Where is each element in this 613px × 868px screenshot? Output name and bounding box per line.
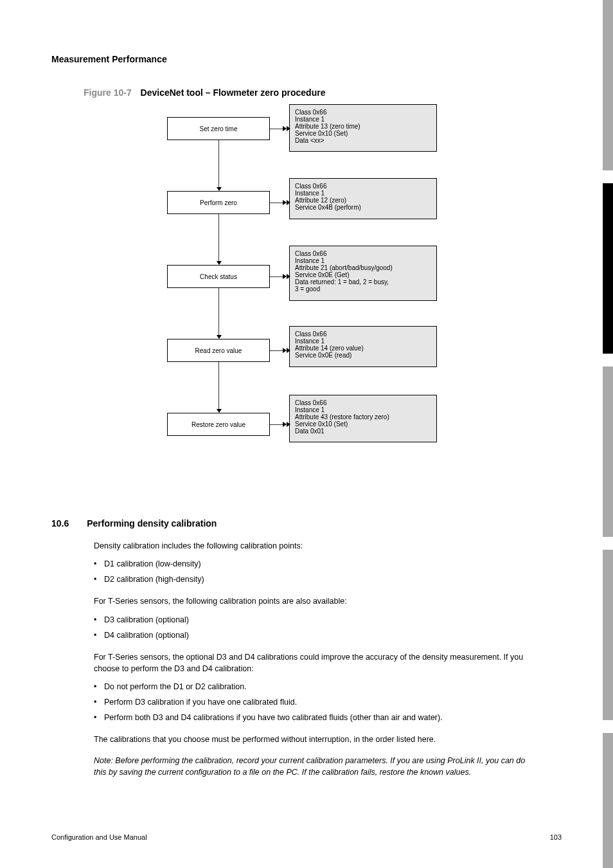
side-label-defaults: Defaults and Menus <box>592 0 599 32</box>
side-seg-active <box>603 183 613 354</box>
desc-line: Class 0x66 <box>295 109 431 116</box>
connector <box>218 214 219 262</box>
step-set-zero-time: Set zero time <box>167 117 270 140</box>
running-head: Measurement Performance <box>51 54 167 64</box>
desc-line: Attribute 13 (zero time) <box>295 123 431 130</box>
note: Note: Before performing the calibration,… <box>94 755 531 778</box>
desc-restore-zero: Class 0x66 Instance 1 Attribute 43 (rest… <box>289 395 437 442</box>
figure-number: Figure 10-7 <box>84 87 132 98</box>
desc-line: Data returned: 1 = bad, 2 = busy, <box>295 278 431 285</box>
desc-line: Service 0x10 (Set) <box>295 420 431 428</box>
sidebar-tabs: Defaults and Menus Measurement Performan… <box>568 0 613 868</box>
desc-line: Service 0x10 (Set) <box>295 130 431 137</box>
bullet-item: •D2 calibration (high-density) <box>94 574 531 585</box>
footer-right: 103 <box>550 833 562 841</box>
figure-caption: DeviceNet tool – Flowmeter zero procedur… <box>141 87 326 98</box>
desc-line: Attribute 12 (zero) <box>295 197 431 204</box>
bullet-item: •Perform D3 calibration if you have one … <box>94 696 531 708</box>
desc-line: Attribute 43 (restore factory zero) <box>295 413 431 420</box>
desc-line: Class 0x66 <box>295 183 431 190</box>
bullet-text: Perform D3 calibration if you have one c… <box>104 696 297 708</box>
arrow-down-icon <box>217 187 222 191</box>
desc-line: Data <xx> <box>295 137 431 144</box>
desc-line: Instance 1 <box>295 257 431 264</box>
bullet-text: D2 calibration (high-density) <box>104 574 204 585</box>
desc-read-zero: Class 0x66 Instance 1 Attribute 14 (zero… <box>289 326 437 367</box>
bullet-text: Perform both D3 and D4 calibrations if y… <box>104 712 443 723</box>
desc-line: 3 = good <box>295 285 431 293</box>
flowchart: Set zero time Perform zero Check status … <box>161 104 437 496</box>
desc-line: Attribute 21 (abort/bad/busy/good) <box>295 264 431 271</box>
desc-line: Service 0x0E (Get) <box>295 271 431 278</box>
section-number: 10.6 <box>51 518 69 529</box>
side-label-measurement: Measurement Performance <box>592 32 599 199</box>
desc-line: Instance 1 <box>295 338 431 345</box>
figure-label: Figure 10-7 DeviceNet tool – Flowmeter z… <box>84 87 325 98</box>
section-title: Performing density calibration <box>87 518 217 529</box>
step-check-status: Check status <box>167 265 270 288</box>
desc-perform-zero: Class 0x66 Instance 1 Attribute 12 (zero… <box>289 178 437 219</box>
arrow-down-icon <box>217 261 222 265</box>
bullet-text: Do not perform the D1 or D2 calibration. <box>104 681 247 692</box>
bullet-item: •D1 calibration (low-density) <box>94 558 531 570</box>
step-restore-zero: Restore zero value <box>167 413 270 436</box>
desc-line: Class 0x66 <box>295 250 431 257</box>
paragraph: For T-Series sensors, the following cali… <box>94 595 531 607</box>
side-label-trouble: Troubleshooting <box>592 244 599 399</box>
side-seg <box>603 733 613 868</box>
desc-line: Instance 1 <box>295 116 431 123</box>
arrow-down-icon <box>217 335 222 339</box>
bullet-text: D1 calibration (low-density) <box>104 558 201 570</box>
section-heading: 10.6 Performing density calibration <box>51 518 217 529</box>
desc-line: Class 0x66 <box>295 399 431 406</box>
bullet-item: •D3 calibration (optional) <box>94 614 531 626</box>
step-read-zero: Read zero value <box>167 339 270 362</box>
side-seg <box>603 0 613 170</box>
desc-line: Service 0x4B (perform) <box>295 204 431 211</box>
bullet-item: •D4 calibration (optional) <box>94 629 531 641</box>
arrow-down-icon <box>217 409 222 413</box>
bullet-item: •Do not perform the D1 or D2 calibration… <box>94 681 531 692</box>
body: Density calibration includes the followi… <box>94 540 531 778</box>
desc-set-zero-time: Class 0x66 Instance 1 Attribute 13 (zero… <box>289 104 437 152</box>
connector <box>218 288 219 336</box>
connector <box>218 140 219 188</box>
bullet-text: D4 calibration (optional) <box>104 629 189 641</box>
desc-line: Class 0x66 <box>295 330 431 338</box>
bullet-item: •Perform both D3 and D4 calibrations if … <box>94 712 531 723</box>
side-seg <box>603 366 613 537</box>
paragraph: The calibrations that you choose must be… <box>94 734 531 745</box>
bullet-text: D3 calibration (optional) <box>104 614 189 626</box>
connector <box>218 362 219 410</box>
paragraph: Density calibration includes the followi… <box>94 540 531 552</box>
desc-line: Data 0x01 <box>295 428 431 435</box>
desc-line: Attribute 14 (zero value) <box>295 345 431 352</box>
step-perform-zero: Perform zero <box>167 191 270 214</box>
side-seg <box>603 550 613 720</box>
desc-check-status: Class 0x66 Instance 1 Attribute 21 (abor… <box>289 246 437 301</box>
footer: Configuration and Use Manual 103 <box>51 833 562 841</box>
desc-line: Instance 1 <box>295 190 431 197</box>
footer-left: Configuration and Use Manual <box>51 833 147 841</box>
paragraph: For T-Series sensors, the optional D3 an… <box>94 651 531 674</box>
desc-line: Instance 1 <box>295 406 431 413</box>
desc-line: Service 0x0E (read) <box>295 352 431 359</box>
